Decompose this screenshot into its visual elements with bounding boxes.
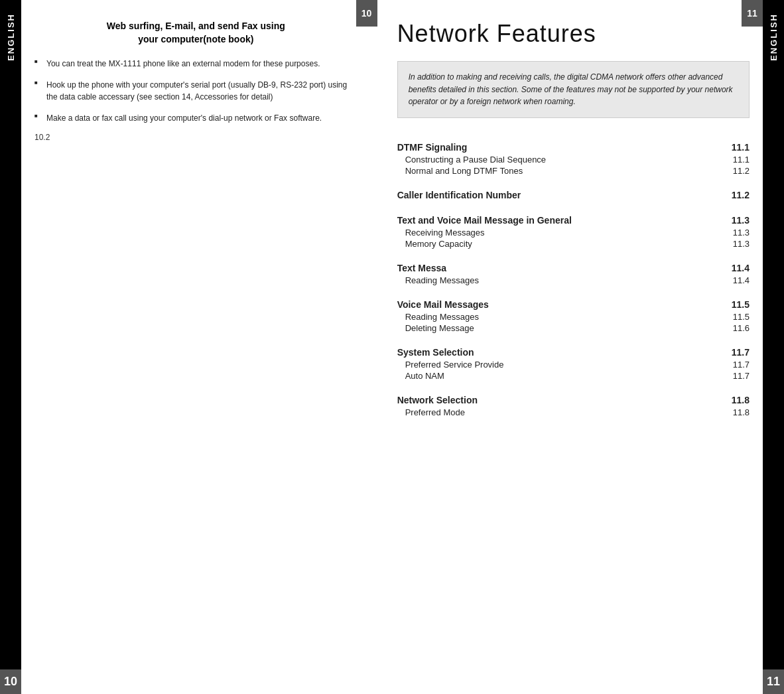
toc-sub-row: Deleting Message11.6 [397,322,750,334]
toc-item-label: Text Messa [397,255,706,275]
toc-item-page: 11.8 [706,387,750,407]
toc-header-row: System Selection11.7 [397,339,750,359]
toc-item-page: 11.7 [706,359,750,370]
sub-section-number: 10.2 [34,133,50,142]
toc-item-label: Deleting Message [397,322,706,334]
toc-item-label: System Selection [397,339,706,359]
left-english-tab: ENGLISH 10 [0,0,21,694]
bullet-item-3: Make a data or fax call using your compu… [34,112,358,124]
toc-item-page: 11.1 [706,154,750,165]
bullet-item-1: You can treat the MX-1111 phone like an … [34,58,358,70]
left-english-label: ENGLISH [6,13,16,61]
toc-header-row: Voice Mail Messages11.5 [397,291,750,311]
toc-item-page: 11.2 [706,182,750,202]
toc-header-row: Text Messa11.4 [397,255,750,275]
toc-item-page: 11.1 [706,134,750,154]
right-page: 11 Network Features In addition to makin… [377,0,763,694]
left-chapter-number: 10 [0,669,21,694]
toc-item-page: 11.3 [706,238,750,249]
toc-item-label: Text and Voice Mail Message in General [397,207,706,227]
toc-item-page: 11.4 [706,255,750,275]
left-title-line1: Web surfing, E-mail, and send Fax using [107,21,285,31]
right-chapter-number: 11 [763,669,784,694]
toc-item-label: Reading Messages [397,311,706,322]
main-content: 10 Web surfing, E-mail, and send Fax usi… [21,0,763,694]
left-page-title: Web surfing, E-mail, and send Fax using … [34,20,358,46]
toc-sub-row: Constructing a Pause Dial Sequence11.1 [397,154,750,165]
left-page: 10 Web surfing, E-mail, and send Fax usi… [21,0,377,694]
toc-item-label: DTMF Signaling [397,134,706,154]
toc-header-row: Text and Voice Mail Message in General11… [397,207,750,227]
toc-item-page: 11.8 [706,407,750,418]
toc-item-page: 11.3 [706,227,750,238]
bullet-item-2: Hook up the phone with your computer's s… [34,79,358,103]
left-title-line2: your computer(note book) [138,34,253,44]
toc-item-page: 11.7 [706,370,750,382]
toc-item-page: 11.5 [706,311,750,322]
toc-item-label: Receiving Messages [397,227,706,238]
toc-item-label: Voice Mail Messages [397,291,706,311]
right-chapter-indicator: 11 [742,0,763,27]
toc-sub-row: Receiving Messages11.3 [397,227,750,238]
toc-header-row: Caller Identification Number11.2 [397,182,750,202]
toc-item-label: Caller Identification Number [397,182,706,202]
toc-item-page: 11.2 [706,165,750,176]
toc-sub-row: Preferred Service Provide11.7 [397,359,750,370]
toc-item-label: Auto NAM [397,370,706,382]
toc-table: DTMF Signaling11.1Constructing a Pause D… [397,134,750,418]
toc-item-label: Reading Messages [397,275,706,286]
toc-item-label: Constructing a Pause Dial Sequence [397,154,706,165]
right-page-title: Network Features [397,20,750,48]
toc-item-page: 11.6 [706,322,750,334]
toc-item-label: Memory Capacity [397,238,706,249]
toc-sub-row: Reading Messages11.5 [397,311,750,322]
toc-item-label: Preferred Mode [397,407,706,418]
left-chapter-indicator: 10 [356,0,377,27]
toc-item-label: Normal and Long DTMF Tones [397,165,706,176]
toc-sub-row: Normal and Long DTMF Tones11.2 [397,165,750,176]
toc-sub-row: Preferred Mode11.8 [397,407,750,418]
toc-item-page: 11.7 [706,339,750,359]
toc-item-label: Preferred Service Provide [397,359,706,370]
right-english-tab: ENGLISH 11 [763,0,784,694]
bullet-list: You can treat the MX-1111 phone like an … [34,58,358,124]
toc-item-page: 11.4 [706,275,750,286]
toc-item-page: 11.5 [706,291,750,311]
toc-sub-row: Reading Messages11.4 [397,275,750,286]
toc-header-row: Network Selection11.8 [397,387,750,407]
toc-item-page: 11.3 [706,207,750,227]
toc-sub-row: Memory Capacity11.3 [397,238,750,249]
toc-header-row: DTMF Signaling11.1 [397,134,750,154]
toc-item-label: Network Selection [397,387,706,407]
toc-sub-row: Auto NAM11.7 [397,370,750,382]
intro-box: In addition to making and receiving call… [397,61,750,118]
right-english-label: ENGLISH [769,13,779,61]
